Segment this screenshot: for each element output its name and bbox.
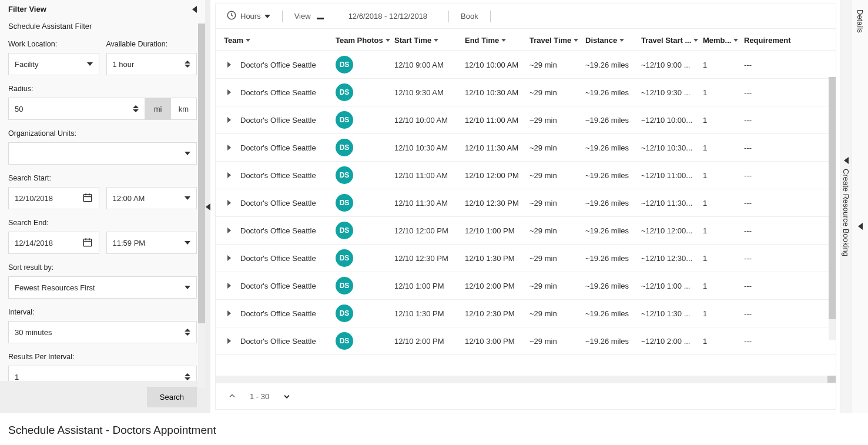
- table-row[interactable]: Doctor's Office SeattleDS12/10 11:00 AM1…: [216, 162, 836, 189]
- work-location-select[interactable]: Facility: [8, 53, 99, 75]
- schedule-assistant-filter-title: Schedule Assistant Filter: [0, 18, 205, 35]
- table-row[interactable]: Doctor's Office SeattleDS12/10 2:00 PM12…: [216, 327, 836, 355]
- sort-by-select[interactable]: Fewest Resources First: [8, 276, 197, 299]
- filter-view-title: Filter View: [8, 5, 46, 14]
- search-end-date-input[interactable]: 12/14/2018: [8, 232, 99, 254]
- next-date-button[interactable]: [433, 14, 440, 19]
- search-end-label: Search End:: [8, 219, 197, 227]
- hours-dropdown[interactable]: Hours: [223, 8, 274, 25]
- cell-end: 12/10 2:00 PM: [461, 282, 526, 290]
- eye-icon[interactable]: [786, 14, 793, 19]
- cell-members: 1: [699, 88, 740, 97]
- view-label: View: [291, 9, 314, 23]
- grid-footer: 1 - 30: [216, 383, 836, 409]
- expand-row-icon[interactable]: [227, 338, 231, 344]
- sort-caret-icon: [501, 39, 506, 42]
- radius-input[interactable]: 50: [8, 98, 145, 120]
- cell-distance: ~19.26 miles: [582, 254, 638, 263]
- column-header-photos[interactable]: Team Photos: [332, 36, 391, 45]
- work-location-value: Facility: [15, 60, 38, 69]
- table-row[interactable]: Doctor's Office SeattleDS12/10 11:30 AM1…: [216, 189, 836, 217]
- cell-travel: ~29 min: [526, 143, 582, 152]
- grid-vscroll-thumb[interactable]: [829, 77, 836, 319]
- search-start-label: Search Start:: [8, 174, 197, 182]
- radius-unit-mi-button[interactable]: mi: [145, 98, 171, 120]
- available-duration-value: 1 hour: [113, 60, 135, 69]
- table-row[interactable]: Doctor's Office SeattleDS12/10 1:00 PM12…: [216, 272, 836, 300]
- column-header-travel[interactable]: Travel Time: [526, 36, 582, 45]
- table-row[interactable]: Doctor's Office SeattleDS12/10 12:00 PM1…: [216, 217, 836, 245]
- column-header-requirement[interactable]: Requirement: [740, 36, 793, 45]
- cell-members: 1: [699, 143, 740, 152]
- panel-splitter[interactable]: [206, 0, 210, 413]
- interval-stepper[interactable]: 30 minutes: [8, 321, 197, 343]
- radius-unit-km-button[interactable]: km: [171, 98, 197, 120]
- cell-end: 12/10 1:00 PM: [461, 226, 526, 235]
- expand-row-icon[interactable]: [227, 227, 231, 233]
- expand-all-button[interactable]: [279, 389, 295, 403]
- date-range-label: 12/6/2018 - 12/12/2018: [345, 9, 431, 23]
- cell-members: 1: [699, 282, 740, 290]
- refresh-icon[interactable]: [822, 14, 829, 19]
- collapse-all-button[interactable]: [224, 389, 240, 403]
- prev-date-button[interactable]: [326, 14, 333, 19]
- date-picker-button[interactable]: [336, 14, 343, 19]
- org-units-select[interactable]: [8, 142, 197, 165]
- cell-travel: ~29 min: [526, 171, 582, 180]
- table-row[interactable]: Doctor's Office SeattleDS12/10 12:30 PM1…: [216, 245, 836, 272]
- column-header-distance[interactable]: Distance: [582, 36, 638, 45]
- cell-travel-start: ~12/10 10:30...: [638, 143, 699, 152]
- cell-end: 12/10 10:30 AM: [461, 88, 526, 97]
- gear-icon[interactable]: [804, 14, 811, 19]
- results-per-interval-label: Results Per Interval:: [8, 353, 197, 361]
- chevron-down-icon: [185, 286, 190, 289]
- cell-travel: ~29 min: [526, 88, 582, 97]
- available-duration-stepper[interactable]: 1 hour: [106, 53, 197, 75]
- spinner-icon: [185, 373, 190, 380]
- cell-members: 1: [699, 199, 740, 208]
- sort-by-value: Fewest Resources First: [15, 283, 95, 292]
- expand-row-icon[interactable]: [227, 172, 231, 178]
- table-row[interactable]: Doctor's Office SeattleDS12/10 9:30 AM12…: [216, 79, 836, 106]
- interval-label: Interval:: [8, 308, 197, 316]
- team-avatar: DS: [336, 139, 353, 156]
- cell-travel: ~29 min: [526, 282, 582, 290]
- cell-members: 1: [699, 226, 740, 235]
- column-header-team[interactable]: Team: [220, 36, 332, 45]
- cell-distance: ~19.26 miles: [582, 61, 638, 69]
- grid-view-button[interactable]: [317, 13, 324, 19]
- table-row[interactable]: Doctor's Office SeattleDS12/10 10:30 AM1…: [216, 134, 836, 162]
- table-row[interactable]: Doctor's Office SeattleDS12/10 1:30 PM12…: [216, 300, 836, 327]
- grid-hscroll-thumb[interactable]: [827, 376, 836, 383]
- book-button[interactable]: Book: [457, 9, 482, 23]
- search-end-time-select[interactable]: 11:59 PM: [106, 232, 197, 254]
- expand-row-icon[interactable]: [227, 145, 231, 150]
- results-per-interval-value: 1: [15, 373, 19, 382]
- create-booking-rail[interactable]: Create Resource Booking: [840, 0, 852, 413]
- cell-requirement: ---: [740, 226, 793, 235]
- column-header-start[interactable]: Start Time: [391, 36, 461, 45]
- expand-row-icon[interactable]: [227, 255, 231, 261]
- expand-row-icon[interactable]: [227, 89, 231, 95]
- search-start-time-select[interactable]: 12:00 AM: [106, 187, 197, 209]
- details-rail[interactable]: Details: [852, 0, 868, 413]
- table-row[interactable]: Doctor's Office SeattleDS12/10 10:00 AM1…: [216, 106, 836, 134]
- expand-row-icon[interactable]: [227, 117, 231, 123]
- column-header-end[interactable]: End Time: [461, 36, 526, 45]
- radius-label: Radius:: [8, 85, 197, 93]
- table-row[interactable]: Doctor's Office SeattleDS12/10 9:00 AM12…: [216, 51, 836, 79]
- expand-row-icon[interactable]: [227, 200, 231, 206]
- cell-start: 12/10 11:00 AM: [391, 171, 461, 180]
- search-start-date-input[interactable]: 12/10/2018: [8, 187, 99, 209]
- search-button[interactable]: Search: [147, 387, 197, 407]
- cell-distance: ~19.26 miles: [582, 282, 638, 290]
- svg-rect-4: [83, 239, 92, 246]
- column-header-travel-start[interactable]: Travel Start ...: [638, 36, 699, 45]
- results-per-interval-stepper[interactable]: 1: [8, 366, 197, 381]
- column-header-members[interactable]: Memb...: [699, 36, 740, 45]
- expand-row-icon[interactable]: [227, 283, 231, 289]
- expand-row-icon[interactable]: [227, 62, 231, 68]
- collapse-left-icon[interactable]: [192, 6, 197, 13]
- expand-row-icon[interactable]: [227, 310, 231, 316]
- cell-members: 1: [699, 116, 740, 125]
